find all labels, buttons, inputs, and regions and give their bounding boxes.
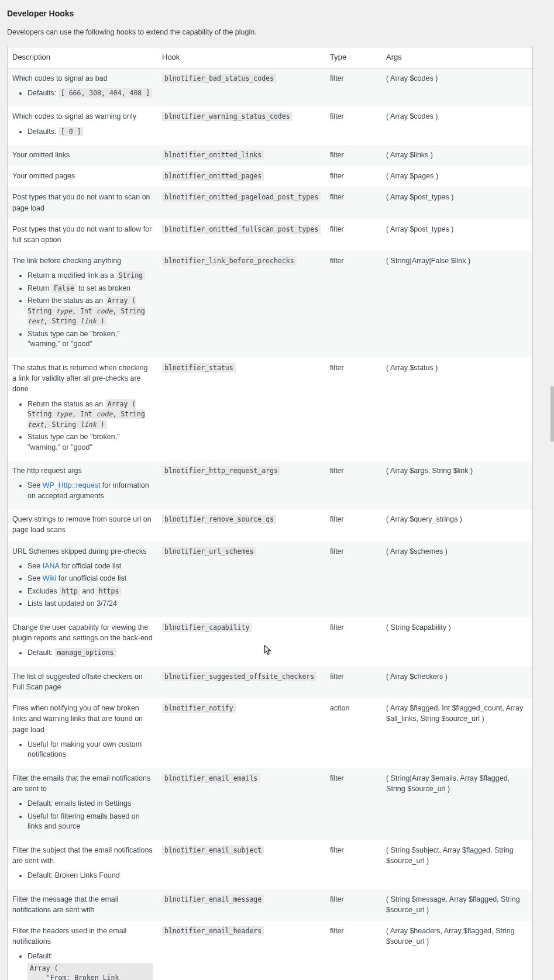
desc-text: Which codes to signal as warning only <box>12 112 136 120</box>
type-cell: filter <box>325 166 381 187</box>
type-cell: filter <box>325 145 381 166</box>
type-cell: filter <box>325 461 381 509</box>
args-cell: ( String $capability ) <box>381 617 532 667</box>
args-cell: ( String|Array $emails, Array $flagged, … <box>381 768 532 840</box>
table-row: The link before checking anything Return… <box>8 251 533 358</box>
li-text: Default: <box>27 952 53 960</box>
desc-text: URL Schemes skipped during pre-checks <box>12 547 147 555</box>
code-inline: [ 0 ] <box>59 127 84 136</box>
code-inline: manage_options <box>55 648 116 657</box>
li-text: Excludes <box>27 587 59 595</box>
type-cell: filter <box>325 187 381 219</box>
type-cell: filter <box>325 921 381 980</box>
type-cell: filter <box>325 889 381 921</box>
hook-name: blnotifier_link_before_prechecks <box>162 256 297 265</box>
code-block: Array ( "From: Broken Link Notifier <you… <box>27 963 153 980</box>
th-hook: Hook <box>157 47 325 68</box>
li-text: Return the status as an <box>27 296 105 305</box>
hook-name: blnotifier_email_emails <box>162 774 260 783</box>
hook-name: blnotifier_omitted_fullscan_post_types <box>162 225 321 234</box>
table-row: URL Schemes skipped during pre-checks Se… <box>8 541 533 617</box>
li-text: Return the status as an <box>27 400 105 408</box>
hook-name: blnotifier_bad_status_codes <box>162 74 276 83</box>
table-row: Filter the headers used in the email not… <box>8 921 533 980</box>
list-item: Default: Array ( "From: Broken Link Noti… <box>27 951 153 980</box>
li-text: Defaults: <box>27 89 59 97</box>
desc-text: The http request args <box>12 467 82 475</box>
type-cell: filter <box>325 106 381 145</box>
code-inline: https <box>97 586 122 596</box>
type-cell: filter <box>325 509 381 541</box>
wiki-link[interactable]: Wiki <box>43 574 57 582</box>
type-cell: action <box>325 698 381 768</box>
hook-name: blnotifier_warning_status_codes <box>162 112 293 121</box>
desc-text: Filter the emails that the email notific… <box>12 774 150 793</box>
iana-link[interactable]: IANA <box>43 562 60 570</box>
table-row: The http request args See WP_Http::reque… <box>8 461 533 509</box>
hook-name: blnotifier_url_schemes <box>162 547 256 556</box>
table-row: Query strings to remove from source url … <box>8 509 533 541</box>
li-text: See <box>27 481 43 489</box>
args-cell: ( Array $post_types ) <box>381 219 532 251</box>
li-text: See <box>27 574 43 582</box>
args-cell: ( Array $post_types ) <box>381 187 532 219</box>
type-cell: filter <box>325 617 381 667</box>
type-cell: filter <box>325 358 381 461</box>
list-item: Default: manage_options <box>27 648 153 658</box>
desc-text: Query strings to remove from source url … <box>8 509 158 541</box>
hook-name: blnotifier_omitted_pageload_post_types <box>162 192 321 202</box>
scrollbar-thumb[interactable] <box>550 386 554 442</box>
args-cell: ( Array $codes ) <box>381 106 532 145</box>
desc-text: The link before checking anything <box>12 257 121 265</box>
scrollbar-track[interactable] <box>550 0 554 980</box>
args-cell: ( Array $links ) <box>381 145 532 166</box>
desc-text: Your omitted links <box>8 145 158 166</box>
list-item: See WP_Http::request for information on … <box>27 481 153 501</box>
table-row: Which codes to signal as bad Defaults: [… <box>8 68 533 106</box>
args-cell: ( Array $schemes ) <box>381 541 532 617</box>
type-cell: filter <box>325 68 381 106</box>
hook-name: blnotifier_http_request_args <box>162 466 280 475</box>
list-item: Status type can be "broken," "warning," … <box>27 329 153 350</box>
hook-name: blnotifier_omitted_links <box>162 150 264 160</box>
type-cell: filter <box>325 768 381 840</box>
list-item: Defaults: [ 666, 308, 404, 408 ] <box>27 88 153 99</box>
list-item: Excludes http and https <box>27 586 153 597</box>
table-row: Your omitted pages blnotifier_omitted_pa… <box>8 166 533 187</box>
args-cell: ( Array $query_strings ) <box>381 509 532 541</box>
args-cell: ( Array $flagged, Int $flagged_count, Ar… <box>381 698 532 768</box>
type-cell: filter <box>325 840 381 889</box>
intro-text: Developers can use the following hooks t… <box>7 27 533 37</box>
type-cell: filter <box>325 667 381 698</box>
li-text: and <box>80 587 97 595</box>
li-text: Default: <box>27 648 55 657</box>
wp-http-request-link[interactable]: WP_Http::request <box>43 481 101 489</box>
desc-text: Filter the subject that the email notifi… <box>12 846 153 865</box>
hooks-table: Description Hook Type Args Which codes t… <box>7 47 533 980</box>
hook-name: blnotifier_email_message <box>162 895 264 904</box>
table-row: Which codes to signal as warning only De… <box>8 106 533 145</box>
code-inline: False <box>51 284 77 293</box>
list-item: Lists last updated on 3/7/24 <box>27 599 153 609</box>
args-cell: ( Array $checkers ) <box>381 667 532 698</box>
hook-name: blnotifier_suggested_offsite_checkers <box>162 672 316 681</box>
desc-text: Post types that you do not want to scan … <box>8 187 158 219</box>
table-row: The list of suggested offsite checkers o… <box>8 667 533 698</box>
list-item: Return False to set as broken <box>27 284 153 294</box>
code-inline: [ 666, 308, 404, 408 ] <box>59 88 152 98</box>
desc-text: The list of suggested offsite checkers o… <box>8 667 158 698</box>
desc-text: Your omitted pages <box>8 166 158 187</box>
hook-name: blnotifier_omitted_pages <box>162 171 264 181</box>
list-item: See IANA for official code list <box>27 561 153 572</box>
table-row: Post types that you do not want to scan … <box>8 187 533 219</box>
list-item: Useful for making your own custom notifi… <box>27 740 153 760</box>
list-item: See Wiki for unofficial code list <box>27 574 153 584</box>
li-text: Defaults: <box>27 127 59 136</box>
th-args: Args <box>381 47 532 68</box>
page-title: Developer Hooks <box>7 8 533 19</box>
li-text: to set as broken <box>77 284 130 292</box>
list-item: Default: Broken Links Found <box>27 871 153 881</box>
args-cell: ( Array $args, String $link ) <box>381 461 532 509</box>
list-item: Useful for filtering emails based on lin… <box>27 812 153 832</box>
table-row: Fires when notifying you of new broken l… <box>8 698 533 768</box>
